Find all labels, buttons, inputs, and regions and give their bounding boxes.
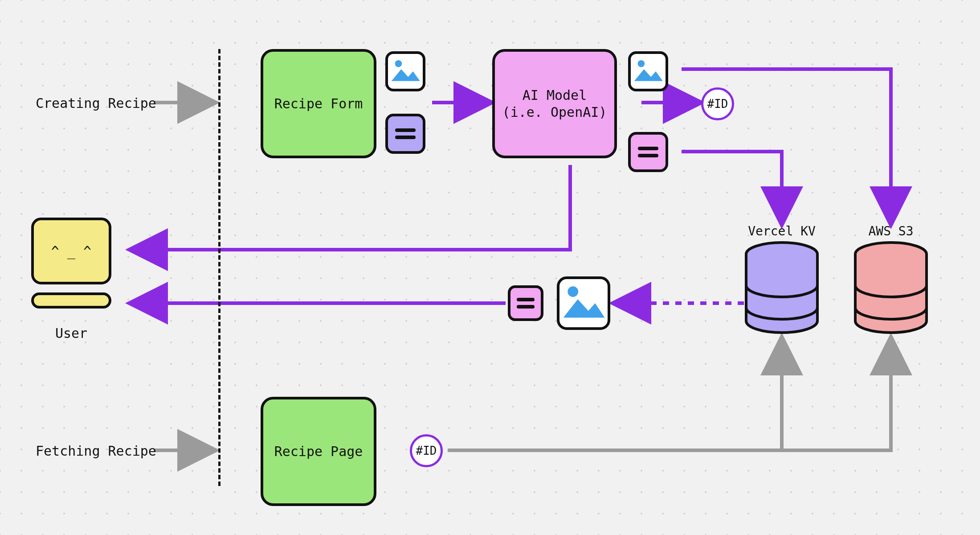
- ai-model-label-line2: (i.e. OpenAI): [502, 104, 607, 121]
- label-user: User: [27, 325, 116, 341]
- aws-s3-db: AWS S3: [853, 241, 929, 334]
- text-lines-icon: [631, 135, 666, 169]
- id-badge-top: #ID: [701, 87, 734, 120]
- computer-icon: ^ _ ^: [31, 218, 111, 284]
- arrow-id-to-kv: [448, 343, 782, 450]
- svg-point-2: [568, 286, 578, 297]
- recipe-page-label: Recipe Page: [274, 443, 363, 460]
- ai-model-box: AI Model (i.e. OpenAI): [492, 49, 617, 158]
- recipe-page-box: Recipe Page: [261, 397, 376, 506]
- text-lines-icon: [388, 116, 423, 151]
- arrow-ai-return-to-user: [136, 165, 570, 250]
- id-badge-top-label: #ID: [707, 97, 728, 111]
- image-icon-tile-1: [385, 51, 425, 91]
- text-lines-icon: [510, 288, 541, 318]
- arrow-id-to-s3: [782, 343, 891, 450]
- user-node: ^ _ ^: [31, 218, 111, 309]
- vercel-kv-label: Vercel KV: [744, 224, 820, 239]
- label-creating-recipe: Creating Recipe: [36, 95, 156, 111]
- id-badge-bottom: #ID: [410, 434, 443, 467]
- text-icon-tile-1: [385, 114, 425, 154]
- id-badge-bottom-label: #ID: [416, 444, 437, 457]
- aws-s3-label: AWS S3: [853, 224, 929, 239]
- svg-point-0: [395, 60, 402, 67]
- image-icon-tile-3: [557, 276, 610, 330]
- ai-model-label-line1: AI Model: [502, 87, 607, 104]
- vertical-divider: [218, 49, 220, 486]
- image-icon-tile-2: [628, 51, 668, 91]
- svg-point-1: [638, 60, 645, 67]
- computer-base-icon: [31, 292, 111, 309]
- computer-face: ^ _ ^: [51, 243, 91, 259]
- recipe-form-box: Recipe Form: [261, 49, 376, 158]
- recipe-form-label: Recipe Form: [274, 95, 363, 112]
- database-icon: [744, 241, 820, 334]
- arrow-text-to-kv: [682, 152, 782, 218]
- text-icon-tile-2: [628, 132, 668, 172]
- database-icon: [853, 241, 929, 334]
- image-icon: [631, 54, 666, 89]
- vercel-kv-db: Vercel KV: [744, 241, 820, 334]
- text-icon-tile-3: [508, 285, 543, 321]
- image-icon: [559, 279, 608, 327]
- image-icon: [388, 54, 423, 89]
- label-fetching-recipe: Fetching Recipe: [36, 443, 156, 459]
